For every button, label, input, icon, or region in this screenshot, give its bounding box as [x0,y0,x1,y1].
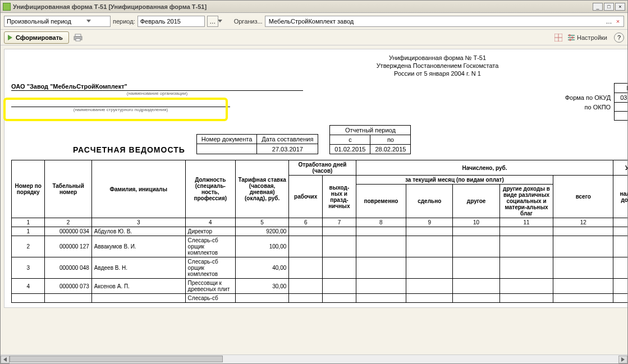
org-name: ОАО "Завод "МебельСтройКомплект" [11,83,127,90]
table-row: 3000000 048Авдеев В. Н.Слесарь-сб орщик … [12,257,628,279]
play-icon [8,35,12,40]
cell-n: 4 [12,279,45,294]
org-select-button[interactable]: … [604,17,613,26]
cell-10 [453,227,499,236]
cell-8 [356,294,406,303]
docdate-header: Дата составления [257,135,318,144]
minimize-button[interactable]: _ [593,3,603,11]
report-period-header: Отчетный период [330,126,411,135]
cell-9 [406,279,453,294]
cell-12 [553,294,613,303]
cell-fio: Аксенов А. П. [91,279,185,294]
scroll-track[interactable] [10,356,618,363]
period-value-dropdown-icon[interactable] [218,17,222,26]
okud-code: 0301010 [615,93,627,103]
document-area[interactable]: Унифицированная форма № Т-51 Утверждена … [1,45,627,354]
grid-icon [554,34,562,42]
run-button[interactable]: Сформировать [4,31,69,44]
colnum-6: 6 [289,218,323,227]
col-accrued-sub: за текущий месяц (по видам оплат) [356,176,553,185]
settings-label: Настройки [577,34,607,41]
cell-fio: Абдулов Ю. В. [91,227,185,236]
col-4: Должность (специаль-ность, профессия) [185,160,235,218]
help-button[interactable]: ? [614,33,624,43]
col-12: всего [553,176,613,218]
colnum-1: 1 [12,218,45,227]
period-label: период: [113,18,135,25]
cell-8 [356,257,406,279]
maximize-button[interactable]: □ [604,3,614,11]
period-picker-button[interactable]: … [207,16,218,27]
period-value-input[interactable] [140,18,218,25]
col-2: Табельный номер [45,160,91,218]
cell-n: 1 [12,227,45,236]
colnum-4: 4 [185,218,235,227]
cell-7 [323,236,356,257]
report-from-value: 01.02.2015 [330,145,370,154]
col-10: другое [453,185,499,218]
period-value-combo[interactable] [137,16,205,27]
cell-11 [499,279,553,294]
cell-fio: Авдеев В. Н. [91,257,185,279]
settings-button[interactable]: Настройки [567,34,607,42]
table-row: Слесарь-сб [12,294,628,303]
cell-pos: Прессовщи к древесных плит [185,279,235,294]
cell-9 [406,294,453,303]
period-type-combo[interactable] [4,16,111,27]
close-button[interactable]: × [615,3,625,11]
cell-8 [356,227,406,236]
org-label: Организ... [234,18,263,25]
docnum-header: Номер документа [196,135,257,144]
grid-button[interactable] [553,32,564,43]
org-clear-button[interactable]: × [613,17,622,26]
cell-rate: 9200,00 [235,227,288,236]
parameters-toolbar: период: … Организ... … × [1,13,627,30]
cell-pos: Директор [185,227,235,236]
period-type-input[interactable] [7,18,84,25]
period-type-dropdown-icon[interactable] [84,17,93,26]
report-to-header: по [370,135,411,145]
scroll-thumb[interactable] [10,356,223,362]
org-combo[interactable]: … × [265,16,624,27]
cell-13 [613,294,627,303]
clear-icon: × [616,18,620,25]
print-button[interactable] [72,32,84,43]
okpo-label: по ОКПО [560,103,615,112]
colnum-13: 13 [613,218,627,227]
svg-marker-0 [86,20,91,22]
horizontal-scrollbar[interactable] [1,354,627,363]
cell-pos: Слесарь-сб орщик комплектов [185,257,235,279]
colnum-10: 10 [453,218,499,227]
cell-9 [406,236,453,257]
okpo-code [615,103,627,112]
docinfo-table: Номер документа Дата составления 27.03.2… [196,134,319,154]
app-icon [3,3,11,11]
cell-pos: Слесарь-сб орщик комплектов [185,236,235,257]
cell-8 [356,236,406,257]
cell-n [12,294,45,303]
svg-rect-2 [75,34,81,36]
colnum-2: 2 [45,218,91,227]
cell-n: 2 [12,236,45,257]
print-icon [74,33,82,42]
chevron-left-icon [3,357,7,362]
doc-title: РАСЧЕТНАЯ ВЕДОМОСТЬ [73,145,185,154]
scroll-right-button[interactable] [618,356,627,363]
cell-6 [289,257,323,279]
colnum-12: 12 [553,218,613,227]
cell-7 [323,257,356,279]
svg-point-11 [569,34,571,36]
cell-12 [553,279,613,294]
scroll-left-button[interactable] [1,356,10,363]
col-worked: Отработано дней (часов) [289,160,356,176]
col-13: налог на доходы [613,176,627,218]
colnum-8: 8 [356,218,406,227]
form-header: Унифицированная форма № Т-51 Утверждена … [224,54,627,77]
table-row: 1000000 034Абдулов Ю. В.Директор9200,00 [12,227,628,236]
colnum-5: 5 [235,218,288,227]
extra-code [615,112,627,121]
dept-line [11,99,230,107]
org-input[interactable] [268,17,604,25]
cell-8 [356,279,406,294]
cell-10 [453,294,499,303]
